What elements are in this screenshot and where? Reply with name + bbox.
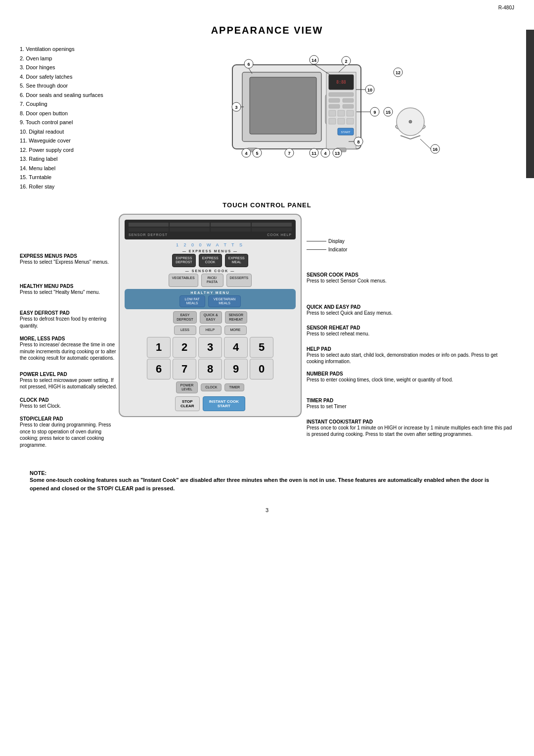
svg-rect-9 bbox=[343, 98, 354, 102]
num-9-btn[interactable]: 9 bbox=[224, 359, 248, 379]
list-item: 13. Rating label bbox=[20, 155, 129, 163]
label-easy-defrost: EASY DEFROST PAD Press to defrost frozen… bbox=[20, 310, 119, 329]
num-8-btn[interactable]: 8 bbox=[198, 359, 222, 379]
sensor-cook-btns: VEGETABLES RICE/PASTA DESSERTS bbox=[125, 274, 296, 287]
svg-text:16: 16 bbox=[433, 147, 438, 152]
display-label-line: Display bbox=[307, 238, 514, 244]
express-meal-btn[interactable]: EXPRESSMEAL bbox=[225, 254, 248, 267]
list-item: 4. Door safety latches bbox=[20, 73, 129, 81]
svg-text:8:88: 8:88 bbox=[336, 80, 346, 85]
svg-text:2: 2 bbox=[345, 59, 347, 64]
label-help-pad: HELP PAD Press to select auto start, chi… bbox=[307, 346, 514, 365]
svg-text:START: START bbox=[341, 131, 350, 134]
panel-indicators: SENSOR DEFROST COOK HELP bbox=[129, 233, 292, 236]
svg-text:11: 11 bbox=[312, 151, 316, 156]
list-item: 15. Turntable bbox=[20, 173, 129, 182]
tcp-panel-area: SENSOR DEFROST COOK HELP 1 2 0 0 W A T T… bbox=[119, 214, 307, 417]
label-quick-easy: QUICK AND EASY PAD Press to select Quick… bbox=[307, 304, 514, 317]
svg-rect-7 bbox=[329, 93, 354, 96]
label-power-level: POWER LEVEL PAD Press to select microwav… bbox=[20, 372, 119, 390]
label-more-less: MORE, LESS PADS Press to increase/ decre… bbox=[20, 336, 119, 362]
label-healthy-menu-pads: HEALTHY MENU PADS Press to select "Healt… bbox=[20, 284, 119, 296]
sidebar-decoration bbox=[526, 30, 534, 178]
indicator-label: Indicator bbox=[328, 247, 347, 252]
note-title: NOTE: bbox=[30, 470, 504, 476]
easy-defrost-btn[interactable]: EASYDEFROST bbox=[173, 311, 196, 324]
svg-rect-14 bbox=[347, 110, 354, 116]
svg-rect-8 bbox=[329, 98, 340, 102]
sensor-cook-label: — SENSOR COOK — bbox=[125, 269, 296, 273]
label-clock: CLOCK PAD Press to set Clock. bbox=[20, 397, 119, 410]
num-0-btn[interactable]: 0 bbox=[250, 359, 273, 379]
tcp-left-labels: EXPRESS MENUS PADS Press to select "Expr… bbox=[20, 214, 119, 455]
list-item: 3. Door hinges bbox=[20, 63, 129, 72]
label-stop-clear: STOP/CLEAR PAD Press to clear during pro… bbox=[20, 416, 119, 448]
healthy-menu-section: HEALTHY MENU LOW FATMEALS VEGETARIANMEAL… bbox=[125, 289, 296, 310]
num-6-btn[interactable]: 6 bbox=[147, 359, 171, 379]
list-item: 16. Roller stay bbox=[20, 183, 129, 191]
clock-label: CLOCK bbox=[201, 383, 222, 391]
svg-rect-11 bbox=[343, 104, 354, 108]
timer-label: TIMER bbox=[224, 383, 244, 391]
express-menus-label: — EXPRESS MENUS — bbox=[125, 249, 296, 253]
tcp-title: TOUCH CONTROL PANEL bbox=[222, 201, 311, 209]
rice-pasta-btn[interactable]: RICE/PASTA bbox=[201, 274, 223, 287]
low-fat-btn[interactable]: LOW FATMEALS bbox=[179, 295, 205, 308]
list-item: 8. Door open button bbox=[20, 109, 129, 118]
label-number-pads: NUMBER PADS Press to enter cooking times… bbox=[307, 371, 514, 383]
less-btn[interactable]: LESS bbox=[174, 326, 196, 334]
svg-rect-13 bbox=[338, 110, 345, 116]
label-timer-pad: TIMER PAD Press to set Timer bbox=[307, 398, 514, 410]
num-1-btn[interactable]: 1 bbox=[147, 337, 171, 358]
num-7-btn[interactable]: 7 bbox=[173, 359, 196, 379]
healthy-menu-btns: LOW FATMEALS VEGETARIANMEALS bbox=[127, 295, 294, 308]
svg-rect-16 bbox=[338, 118, 345, 124]
help-btn[interactable]: HELP bbox=[199, 326, 222, 334]
svg-text:4: 4 bbox=[245, 151, 247, 156]
cook-help-text: COOK HELP bbox=[267, 233, 292, 236]
vegetables-btn[interactable]: VEGETABLES bbox=[169, 274, 198, 287]
appearance-list: 1. Ventilation openings2. Oven lamp3. Do… bbox=[20, 45, 129, 191]
middle-row: EASYDEFROST QUICK &EASY SENSORREHEAT bbox=[125, 311, 296, 324]
model-number: R-480J bbox=[498, 5, 514, 10]
svg-text:8: 8 bbox=[357, 140, 359, 144]
stop-clear-btn[interactable]: STOPCLEAR bbox=[175, 396, 200, 411]
express-defrost-btn[interactable]: EXPRESSDEFROST bbox=[172, 254, 195, 267]
svg-text:14: 14 bbox=[312, 58, 316, 63]
quick-easy-btn[interactable]: QUICK &EASY bbox=[200, 311, 222, 324]
list-item: 6. Door seals and sealing surfaces bbox=[20, 91, 129, 99]
express-cook-btn[interactable]: EXPRESSCOOK bbox=[199, 254, 222, 267]
instant-cook-start-btn[interactable]: INSTANT COOKSTART bbox=[203, 396, 245, 411]
more-btn[interactable]: MORE bbox=[224, 326, 247, 334]
main-content: 1. Ventilation openings2. Oven lamp3. Do… bbox=[20, 45, 514, 191]
tcp-section: TOUCH CONTROL PANEL EXPRESS MENUS PADS P… bbox=[20, 201, 514, 455]
indicator-label-line: Indicator bbox=[307, 247, 514, 252]
svg-text:7: 7 bbox=[288, 151, 290, 156]
display-label: Display bbox=[328, 238, 345, 244]
svg-point-63 bbox=[409, 120, 412, 123]
express-menus-btns: EXPRESSDEFROST EXPRESSCOOK EXPRESSMEAL bbox=[125, 254, 296, 267]
list-item: 7. Coupling bbox=[20, 100, 129, 108]
num-3-btn[interactable]: 3 bbox=[198, 337, 222, 358]
diagram-svg: 8:88 START 6 bbox=[193, 45, 450, 164]
number-row-2: 6 7 8 9 0 bbox=[125, 359, 296, 379]
sensor-reheat-btn[interactable]: SENSORREHEAT bbox=[225, 311, 247, 324]
num-4-btn[interactable]: 4 bbox=[224, 337, 248, 358]
num-5-btn[interactable]: 5 bbox=[250, 337, 273, 358]
panel-container: SENSOR DEFROST COOK HELP 1 2 0 0 W A T T… bbox=[119, 214, 302, 417]
appearance-diagram: 8:88 START 6 bbox=[129, 45, 514, 191]
svg-text:4: 4 bbox=[324, 151, 326, 156]
note-section: NOTE: Some one-touch cooking features su… bbox=[20, 465, 514, 497]
svg-rect-10 bbox=[329, 104, 340, 108]
page-title: APPEARANCE VIEW bbox=[20, 25, 514, 36]
tcp-outer: EXPRESS MENUS PADS Press to select "Expr… bbox=[20, 214, 514, 455]
list-item: 10. Digital readout bbox=[20, 128, 129, 136]
vegetarian-btn[interactable]: VEGETARIANMEALS bbox=[208, 295, 241, 308]
number-row-1: 1 2 3 4 5 bbox=[125, 337, 296, 358]
svg-rect-17 bbox=[347, 118, 354, 124]
list-item: 12. Power supply cord bbox=[20, 146, 129, 154]
desserts-btn[interactable]: DESSERTS bbox=[226, 274, 252, 287]
num-2-btn[interactable]: 2 bbox=[173, 337, 196, 358]
svg-text:3: 3 bbox=[235, 105, 237, 110]
svg-text:15: 15 bbox=[386, 110, 391, 115]
